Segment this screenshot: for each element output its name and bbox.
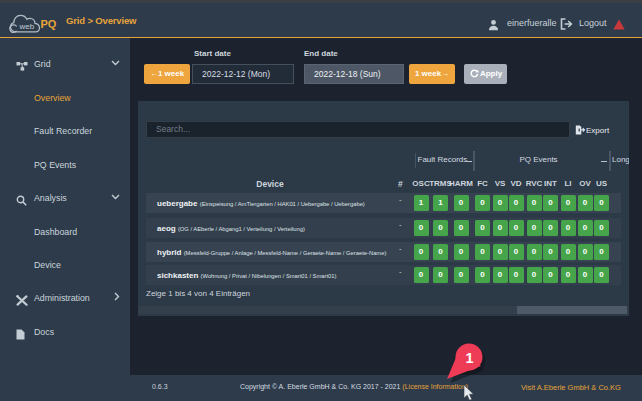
svg-text:1: 1 <box>465 350 473 366</box>
